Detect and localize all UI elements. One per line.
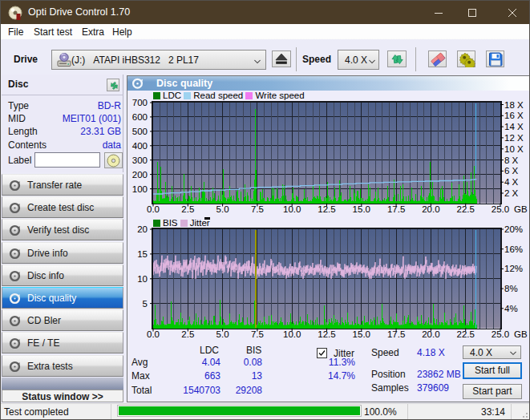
svg-text:GB: GB bbox=[514, 329, 528, 339]
svg-text:20.0: 20.0 bbox=[422, 204, 439, 214]
svg-text:15.0: 15.0 bbox=[353, 329, 370, 339]
svg-text:0.0: 0.0 bbox=[147, 204, 160, 214]
svg-text:20.0: 20.0 bbox=[422, 329, 439, 339]
svg-text:0.0: 0.0 bbox=[147, 329, 160, 339]
svg-text:17.5: 17.5 bbox=[387, 329, 405, 339]
svg-text:22.5: 22.5 bbox=[457, 204, 475, 214]
svg-text:5.0: 5.0 bbox=[216, 329, 229, 339]
svg-text:20: 20 bbox=[137, 224, 148, 234]
svg-text:500: 500 bbox=[132, 127, 148, 136]
svg-text:25.0: 25.0 bbox=[492, 204, 509, 214]
svg-text:4%: 4% bbox=[504, 304, 518, 313]
svg-text:7.5: 7.5 bbox=[251, 329, 264, 339]
svg-text:10 X: 10 X bbox=[504, 144, 524, 154]
svg-text:2 X: 2 X bbox=[504, 188, 519, 198]
svg-text:600: 600 bbox=[132, 112, 148, 122]
svg-text:5: 5 bbox=[143, 299, 148, 309]
svg-text:10: 10 bbox=[137, 274, 148, 284]
svg-text:GB: GB bbox=[514, 204, 528, 214]
svg-text:12.5: 12.5 bbox=[318, 204, 335, 214]
svg-text:10.0: 10.0 bbox=[283, 204, 301, 214]
svg-text:100: 100 bbox=[132, 184, 148, 194]
svg-text:10.0: 10.0 bbox=[283, 329, 301, 339]
svg-text:12 X: 12 X bbox=[504, 133, 524, 143]
svg-text:17.5: 17.5 bbox=[387, 204, 405, 214]
svg-text:4 X: 4 X bbox=[504, 177, 519, 187]
svg-text:6 X: 6 X bbox=[504, 166, 519, 176]
svg-text:8 X: 8 X bbox=[504, 155, 519, 165]
svg-text:400: 400 bbox=[132, 141, 148, 151]
svg-text:15: 15 bbox=[137, 249, 148, 259]
svg-text:300: 300 bbox=[132, 155, 148, 165]
svg-text:12.5: 12.5 bbox=[318, 329, 335, 339]
svg-text:18 X: 18 X bbox=[504, 100, 524, 110]
svg-text:15.0: 15.0 bbox=[353, 204, 370, 214]
svg-text:2.5: 2.5 bbox=[181, 329, 194, 339]
svg-text:2.5: 2.5 bbox=[181, 204, 194, 214]
svg-text:20%: 20% bbox=[504, 224, 523, 234]
svg-text:22.5: 22.5 bbox=[457, 329, 475, 339]
svg-text:8%: 8% bbox=[504, 284, 518, 293]
svg-text:12%: 12% bbox=[504, 264, 523, 273]
svg-text:16%: 16% bbox=[504, 244, 523, 254]
svg-text:16 X: 16 X bbox=[504, 111, 524, 120]
svg-text:25.0: 25.0 bbox=[492, 329, 509, 339]
svg-text:200: 200 bbox=[132, 170, 148, 180]
svg-text:14 X: 14 X bbox=[504, 122, 524, 131]
svg-text:5.0: 5.0 bbox=[216, 204, 229, 214]
svg-text:700: 700 bbox=[132, 98, 148, 107]
svg-text:7.5: 7.5 bbox=[251, 204, 264, 214]
